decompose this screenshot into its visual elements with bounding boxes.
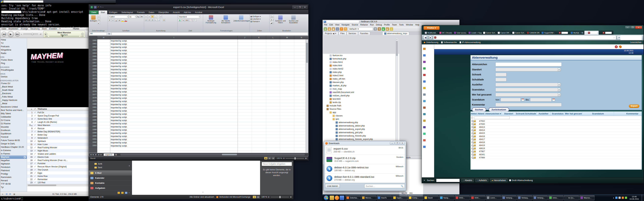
view-record-icon[interactable] bbox=[472, 135, 474, 137]
result-row[interactable]: 48341 bbox=[470, 153, 642, 156]
excel-cell-I3373[interactable]: Imported by script. bbox=[111, 81, 127, 84]
result-row[interactable]: 47987 bbox=[470, 150, 642, 153]
excel-cell-I3366[interactable]: Imported by script. bbox=[111, 58, 127, 62]
build-button[interactable]: ⚒ bbox=[374, 27, 377, 31]
track-checkbox[interactable]: ✓ bbox=[33, 150, 37, 152]
align-right-button[interactable]: ☰ bbox=[151, 18, 154, 21]
ribbon-tab[interactable]: Überprüfen bbox=[156, 10, 171, 14]
sidebar-bookmark-icon[interactable] bbox=[423, 80, 426, 83]
track-checkbox[interactable]: ✓ bbox=[33, 169, 37, 171]
new-project-button[interactable]: ▥ bbox=[328, 27, 331, 31]
table-column-header[interactable]: AktenI ▾ bbox=[477, 112, 485, 116]
result-row[interactable]: 48416 bbox=[470, 135, 642, 138]
taskbar-button[interactable]: Macros... bbox=[580, 195, 594, 200]
sidebar-playlist-item[interactable]: DJ Coone ▶ bbox=[0, 119, 27, 122]
excel-row-3372[interactable]: 3372 bbox=[89, 78, 97, 81]
mail-folder[interactable]: Sent bbox=[89, 166, 132, 169]
excel-vscrollbar[interactable] bbox=[306, 39, 308, 153]
tree-node[interactable]: Include Path bbox=[323, 104, 399, 107]
view-record-icon[interactable] bbox=[472, 151, 474, 152]
excel-cell-I3361[interactable]: Imported by script. bbox=[111, 42, 127, 46]
terminal-bottom[interactable]: c/subversion# bbox=[0, 196, 88, 201]
increase-decimal-button[interactable]: ⁺⁰⁰ bbox=[189, 19, 192, 22]
outlook-nav-button[interactable]: Kontakte bbox=[89, 180, 132, 186]
save-all-button[interactable]: ▪ bbox=[336, 27, 339, 31]
sidebar-playlist-item[interactable]: Platinlord ▶ bbox=[0, 169, 27, 172]
outlook-zoomin[interactable]: ⊕ bbox=[290, 196, 292, 198]
match-case-checkbox[interactable]: Groß-/Kleinschreibung bbox=[509, 179, 533, 182]
track-checkbox[interactable]: ✓ bbox=[33, 115, 37, 117]
sort-filter-button[interactable]: Sortieren und Filtern bbox=[274, 15, 286, 24]
excel-row-3379[interactable]: 3379 bbox=[89, 100, 97, 103]
taskbar-button[interactable]: HowTo bbox=[377, 195, 392, 200]
excel-row-3381[interactable]: 3381 bbox=[89, 106, 97, 109]
tree-node[interactable]: notizen_david.php bbox=[323, 94, 399, 97]
excel-cell-I3378[interactable]: Imported by script. bbox=[111, 97, 127, 100]
cut-button[interactable]: ✂ bbox=[98, 15, 100, 18]
netbeans-menu-item[interactable]: Debug bbox=[376, 24, 382, 26]
align-left-button[interactable]: ☰ bbox=[145, 18, 148, 21]
sidebar-playlist-item[interactable]: DJ Ravine ▶ bbox=[0, 122, 27, 125]
excel-row-3373[interactable]: 3373 bbox=[89, 81, 97, 84]
taskbar-button[interactable]: Micros... bbox=[361, 195, 376, 200]
calendar-von-icon[interactable] bbox=[522, 98, 524, 101]
sidebar-playlist-item[interactable]: Best Techno and Hand... ▶ bbox=[0, 109, 27, 112]
outlook-view-button[interactable]: ▤ bbox=[256, 196, 260, 198]
edit-record-icon[interactable] bbox=[474, 135, 476, 137]
tree-node[interactable]: index_off.htm bbox=[323, 77, 399, 81]
sidebar-playlist-item[interactable]: _Happy Hardcore ▶ bbox=[0, 98, 27, 102]
tab-projects[interactable]: Projects ◀ ✕ bbox=[323, 32, 338, 35]
table-column-header[interactable]: Ausleiher ▾ bbox=[536, 112, 550, 116]
sidebar-bookmark-icon[interactable] bbox=[423, 74, 426, 76]
firefox-app-button[interactable]: Firefox ▾ bbox=[424, 26, 440, 30]
excel-cell-I3392[interactable]: Imported by script. bbox=[111, 141, 127, 144]
sidebar-bookmark-icon[interactable] bbox=[423, 139, 426, 141]
sidebar-playlist-item[interactable]: Celldweller ▶ bbox=[0, 115, 27, 119]
paste-button[interactable]: Einfügen bbox=[90, 15, 97, 22]
excel-row-3392[interactable]: 3392 bbox=[89, 141, 97, 144]
ribbon-tab[interactable]: Acrobat bbox=[193, 10, 204, 14]
excel-row-3391[interactable]: 3391 bbox=[89, 138, 97, 141]
view-record-icon[interactable] bbox=[472, 157, 474, 159]
view-record-icon[interactable] bbox=[472, 123, 474, 125]
checkbox-column-header[interactable]: ✓ bbox=[33, 108, 37, 110]
browser-tab[interactable]: ID Canon DR-... bbox=[497, 31, 511, 35]
excel-cell-I3360[interactable]: Imported by script. bbox=[111, 39, 127, 42]
close-button[interactable]: ✕ bbox=[302, 5, 308, 9]
track-checkbox[interactable]: ✓ bbox=[33, 156, 37, 158]
track-checkbox[interactable]: ✓ bbox=[33, 124, 37, 126]
find-input[interactable] bbox=[436, 179, 460, 182]
taskbar-button[interactable]: Verlang... bbox=[517, 195, 532, 200]
taskbar-button[interactable]: Verlang... bbox=[533, 195, 548, 200]
orientation-button[interactable]: ⟋ bbox=[154, 15, 157, 18]
sidebar-playlist-item[interactable]: STORE ▶ bbox=[0, 55, 27, 58]
excel-row-3366[interactable]: 3366 bbox=[89, 58, 97, 62]
sidebar-bookmark-icon[interactable] bbox=[423, 93, 426, 96]
taskbar-button[interactable]: David bbox=[424, 195, 438, 200]
view-record-icon[interactable] bbox=[472, 132, 474, 134]
edit-record-icon[interactable] bbox=[474, 138, 476, 140]
excel-window[interactable]: X ▪ ↶ ↷ ▾ export-5.csv [Schreibgeschützt… bbox=[88, 4, 308, 161]
outlook-nav-button[interactable]: Kalender bbox=[89, 175, 132, 180]
decrease-decimal-button[interactable]: ⁰⁰⁺ bbox=[193, 19, 196, 22]
browser-tab[interactable]: ID Canon Sch... bbox=[482, 31, 496, 35]
format-cells-button[interactable]: ▨ Format ▾ bbox=[250, 20, 269, 22]
track-checkbox[interactable]: ✓ bbox=[33, 182, 37, 184]
bookmark-star-icon[interactable]: ☆ bbox=[613, 36, 615, 39]
taskbar-button[interactable]: Zeiterfas... bbox=[346, 195, 360, 200]
sidebar-playlist-item[interactable]: Podcasts ▶ bbox=[0, 45, 27, 48]
result-row[interactable]: 48418 bbox=[470, 141, 642, 144]
minimize-button[interactable]: — bbox=[292, 5, 297, 9]
tray-network-icon[interactable] bbox=[615, 197, 618, 199]
folder-scroll-icon[interactable]: ▼ bbox=[128, 165, 130, 167]
sidebar-playlist-item[interactable]: Basslovers United ▶ bbox=[0, 105, 27, 109]
view-record-icon[interactable] bbox=[472, 148, 474, 149]
border-button[interactable]: ⊞ bbox=[118, 19, 121, 22]
collapse-icon[interactable]: − bbox=[471, 117, 473, 119]
sidebar-playlist-item[interactable]: Eluveitie ▶ bbox=[0, 125, 27, 129]
currency-button[interactable]: 💲 bbox=[178, 19, 181, 22]
taskbar-button[interactable]: mc [ru... bbox=[564, 195, 579, 200]
excel-cell-I3374[interactable]: Imported by script. bbox=[111, 84, 127, 87]
open-project-button[interactable]: ▦ bbox=[332, 27, 335, 31]
track-checkbox[interactable]: ✓ bbox=[33, 118, 37, 120]
